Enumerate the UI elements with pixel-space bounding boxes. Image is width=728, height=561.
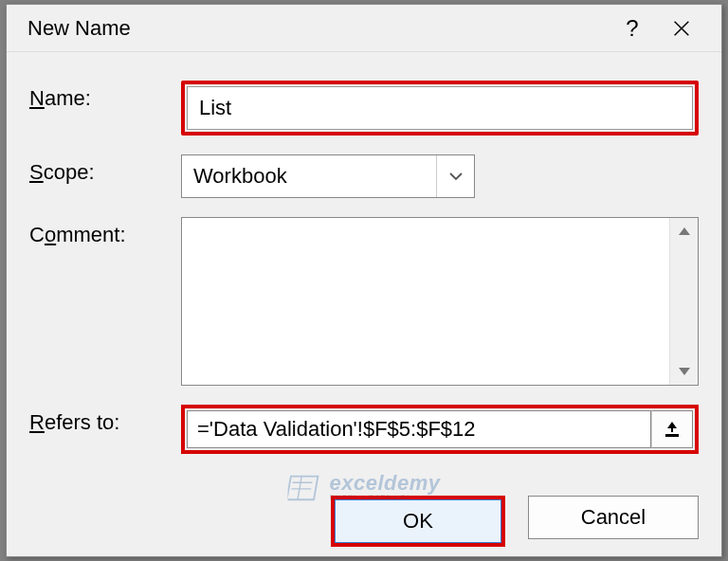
ok-button-highlight: OK	[331, 496, 505, 547]
name-input[interactable]	[187, 86, 693, 130]
scope-select[interactable]: Workbook	[181, 154, 475, 198]
refers-to-highlight	[181, 405, 699, 454]
range-picker-icon	[663, 420, 682, 439]
comment-label: Comment:	[29, 217, 181, 247]
dialog-body: Name: Scope: Workbook Comment:	[7, 52, 721, 488]
comment-textarea[interactable]	[181, 217, 699, 386]
new-name-dialog: New Name ? Name: Scope: Workbook	[6, 4, 722, 557]
help-button[interactable]: ?	[610, 9, 655, 47]
svg-marker-5	[667, 422, 677, 432]
cancel-button[interactable]: Cancel	[528, 496, 699, 539]
refers-to-input[interactable]	[187, 410, 651, 448]
scrollbar[interactable]	[669, 218, 698, 385]
scroll-down-icon[interactable]	[670, 358, 699, 385]
scope-value: Workbook	[182, 164, 436, 189]
chevron-down-icon	[436, 155, 474, 197]
svg-marker-2	[679, 227, 690, 235]
dialog-button-row: OK Cancel	[7, 496, 721, 547]
scope-label: Scope:	[29, 154, 181, 185]
comment-row: Comment:	[29, 217, 699, 386]
name-row: Name:	[29, 81, 699, 136]
scroll-up-icon[interactable]	[670, 218, 699, 244]
collapse-dialog-button[interactable]	[651, 410, 693, 448]
refers-to-row: Refers to:	[29, 405, 699, 454]
name-label: Name:	[29, 81, 181, 111]
close-button[interactable]	[655, 9, 708, 47]
svg-rect-4	[665, 434, 679, 437]
dialog-title: New Name	[27, 16, 610, 41]
close-icon	[671, 18, 692, 39]
refers-to-label: Refers to:	[29, 405, 181, 435]
name-input-highlight	[181, 81, 699, 136]
svg-marker-3	[679, 368, 690, 375]
dialog-titlebar: New Name ?	[7, 5, 721, 52]
scope-row: Scope: Workbook	[29, 154, 699, 198]
ok-button[interactable]: OK	[335, 499, 501, 543]
